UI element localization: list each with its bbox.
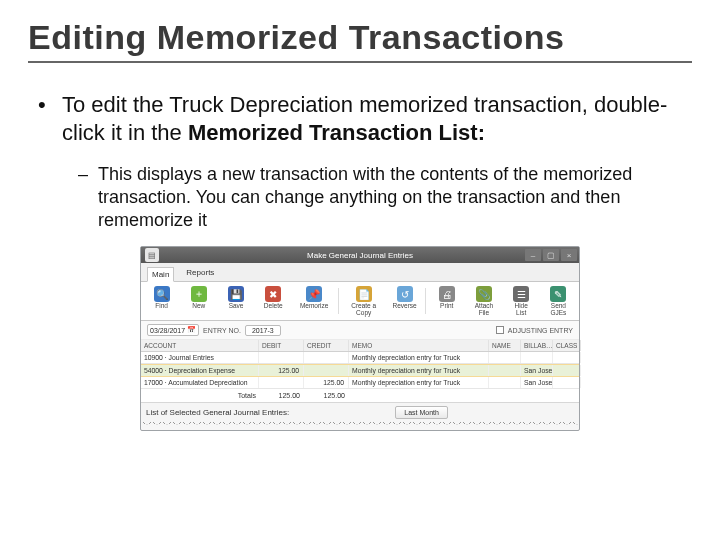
send-gjes-button[interactable]: ✎Send GJEs	[542, 286, 575, 316]
find-button[interactable]: 🔍Find	[145, 286, 178, 316]
ribbon-tabs: Main Reports	[141, 263, 579, 282]
cell-account: 54000 · Depreciation Expense	[141, 365, 259, 376]
cell-credit	[304, 365, 349, 376]
cell-memo: Monthly depreciation entry for Truck	[349, 352, 489, 363]
hide-list-button[interactable]: ☰Hide List	[505, 286, 538, 316]
title-rule	[28, 61, 692, 63]
table-row[interactable]: 17000 · Accumulated Depreciation 125.00 …	[141, 377, 579, 389]
totals-credit: 125.00	[304, 389, 349, 402]
cell-bill: San Jose	[521, 377, 553, 388]
print-label: Print	[440, 303, 453, 310]
cell-bill	[521, 352, 553, 363]
memorize-button[interactable]: 📌Memorize	[294, 286, 335, 316]
cell-memo: Monthly depreciation entry for Truck	[349, 377, 489, 388]
cell-credit	[304, 352, 349, 363]
totals-label: Totals	[141, 389, 259, 402]
col-bill: BILLAB…	[521, 340, 553, 351]
tab-main[interactable]: Main	[147, 267, 174, 282]
footer-range-button[interactable]: Last Month	[395, 406, 448, 419]
entryno-label: ENTRY NO.	[203, 327, 241, 334]
new-button[interactable]: ＋New	[182, 286, 215, 316]
ribbon: 🔍Find ＋New 💾Save ✖Delete 📌Memorize 📄Crea…	[141, 282, 579, 321]
cell-debit	[259, 377, 304, 388]
date-field[interactable]: 03/28/2017 📅	[147, 324, 199, 336]
cell-debit: 125.00	[259, 365, 304, 376]
cell-bill: San Jose	[521, 365, 553, 376]
col-account: ACCOUNT	[141, 340, 259, 351]
col-name: NAME	[489, 340, 521, 351]
col-credit: CREDIT	[304, 340, 349, 351]
grid-header: ACCOUNT DEBIT CREDIT MEMO NAME BILLAB… C…	[141, 340, 579, 352]
tab-reports[interactable]: Reports	[182, 266, 218, 281]
entryno-field[interactable]: 2017-3	[245, 325, 281, 336]
cell-account: 17000 · Accumulated Depreciation	[141, 377, 259, 388]
bullet-level-1: To edit the Truck Depreciation memorized…	[38, 91, 692, 147]
adjusting-entry-checkbox[interactable]	[496, 326, 504, 334]
form-row: 03/28/2017 📅 ENTRY NO. 2017-3 ADJUSTING …	[141, 321, 579, 340]
table-row[interactable]: 10900 · Journal Entries Monthly deprecia…	[141, 352, 579, 364]
cell-account: 10900 · Journal Entries	[141, 352, 259, 363]
save-button[interactable]: 💾Save	[219, 286, 252, 316]
cell-name	[489, 377, 521, 388]
table-row[interactable]: 54000 · Depreciation Expense 125.00 Mont…	[141, 364, 579, 377]
cell-class	[553, 352, 581, 363]
print-button[interactable]: 🖨Print	[430, 286, 463, 316]
send-label: Send GJEs	[550, 303, 566, 316]
cell-name	[489, 352, 521, 363]
cell-credit: 125.00	[304, 377, 349, 388]
hide-list-label: Hide List	[514, 303, 527, 316]
bullet-1-bold: Memorized Transaction List:	[188, 120, 485, 145]
torn-edge-decoration	[141, 422, 579, 430]
totals-row: Totals 125.00 125.00	[141, 389, 579, 403]
find-label: Find	[155, 303, 168, 310]
cell-memo: Monthly depreciation entry for Truck	[349, 365, 489, 376]
new-label: New	[192, 303, 205, 310]
delete-label: Delete	[264, 303, 283, 310]
bullet-level-2: This displays a new transaction with the…	[38, 163, 692, 232]
cell-class	[553, 365, 581, 376]
save-label: Save	[229, 303, 244, 310]
title-bar: ▤ Make General Journal Entries – ▢ ×	[141, 247, 579, 263]
window-title: Make General Journal Entries	[141, 251, 579, 260]
attach-file-button[interactable]: 📎Attach File	[467, 286, 500, 316]
cell-class	[553, 377, 581, 388]
window-footer: List of Selected General Journal Entries…	[141, 403, 579, 422]
slide-title: Editing Memorized Transactions	[28, 18, 692, 57]
calendar-icon: 📅	[187, 326, 196, 334]
date-value: 03/28/2017	[150, 327, 185, 334]
reverse-label: Reverse	[392, 303, 416, 310]
attach-label: Attach File	[475, 303, 493, 316]
cell-name	[489, 365, 521, 376]
footer-left-text: List of Selected General Journal Entries…	[146, 408, 289, 417]
col-class: CLASS	[553, 340, 581, 351]
col-debit: DEBIT	[259, 340, 304, 351]
create-copy-button[interactable]: 📄Create a Copy	[343, 286, 384, 316]
totals-debit: 125.00	[259, 389, 304, 402]
create-copy-label: Create a Copy	[343, 303, 384, 316]
app-window: ▤ Make General Journal Entries – ▢ × Mai…	[140, 246, 580, 431]
reverse-button[interactable]: ↺Reverse	[388, 286, 421, 316]
col-memo: MEMO	[349, 340, 489, 351]
memorize-label: Memorize	[300, 303, 329, 310]
slide-corner-decoration	[0, 476, 180, 540]
cell-debit	[259, 352, 304, 363]
delete-button[interactable]: ✖Delete	[257, 286, 290, 316]
adjusting-entry-label: ADJUSTING ENTRY	[508, 327, 573, 334]
